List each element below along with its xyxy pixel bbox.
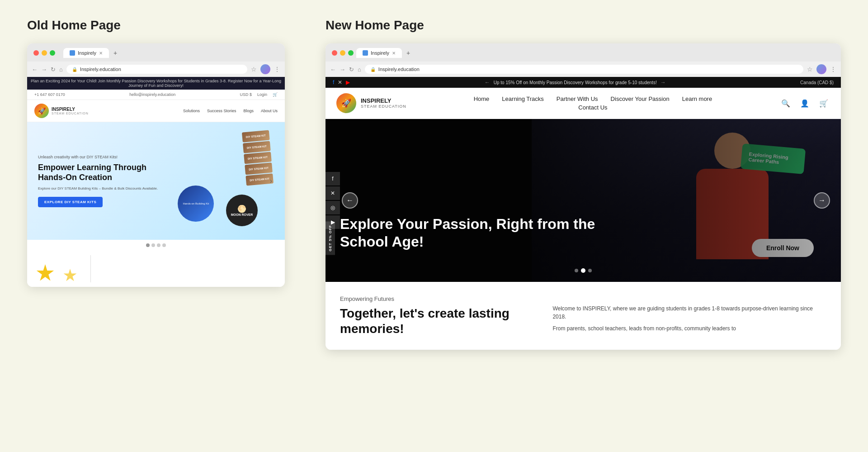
home-button[interactable]: ⌂ xyxy=(59,66,63,73)
star-decoration-2 xyxy=(63,269,77,282)
box-item-2: DIY STEAM KIT xyxy=(243,141,271,153)
new-browser-window: Inspirely ✕ + ← → ↻ ⌂ 🔒 Inspirely.educat… xyxy=(326,43,841,350)
nav-solutions[interactable]: Solutions xyxy=(183,109,200,113)
new-tab-favicon xyxy=(363,50,368,56)
new-nav-top-row: Home Learning Tracks Partner With Us Dis… xyxy=(474,95,712,102)
address-text: Inspirely.education xyxy=(80,67,121,72)
new-refresh-button[interactable]: ↻ xyxy=(349,66,354,73)
back-button[interactable]: ← xyxy=(32,66,38,73)
slider-dot-1[interactable] xyxy=(575,269,578,272)
new-logo-name: INSPIRELY xyxy=(361,98,406,104)
bookmark-icon[interactable]: ☆ xyxy=(251,66,257,73)
hero-slider: Exploring Rising Career Paths f ✕ ◎ ▶ GE… xyxy=(326,119,841,282)
forward-button[interactable]: → xyxy=(41,66,47,73)
promo-next-arrow[interactable]: → xyxy=(660,79,666,86)
get-off-tab[interactable]: GET 5% OFF xyxy=(326,221,335,255)
new-tab-button[interactable]: + xyxy=(113,49,117,57)
hero-arrow-right[interactable]: › xyxy=(270,177,272,185)
dot-4[interactable] xyxy=(162,243,166,247)
new-address-bar: ← → ↻ ⌂ 🔒 Inspirely.education ☆ ⋮ xyxy=(326,62,841,77)
old-bottom-decoration xyxy=(27,251,285,287)
nav-home[interactable]: Home xyxy=(474,95,490,102)
new-profile-avatar[interactable] xyxy=(816,64,826,74)
new-tab-close-icon[interactable]: ✕ xyxy=(392,51,396,56)
new-logo-sub: STEAM EDUCATION xyxy=(361,104,406,109)
left-panel: Old Home Page Inspirely ✕ + ← → xyxy=(27,18,289,287)
facebook-promo-icon[interactable]: f xyxy=(333,79,334,86)
cart-icon[interactable]: 🛒 xyxy=(273,92,278,97)
old-promo-banner: Plan an Exciting 2024 for Your Child! Jo… xyxy=(27,77,285,90)
nav-success[interactable]: Success Stories xyxy=(207,109,236,113)
old-site-content: Plan an Exciting 2024 for Your Child! Jo… xyxy=(27,77,285,287)
region-selector[interactable]: Canada (CAD $) xyxy=(800,80,834,85)
old-nav-links: Solutions Success Stories Blogs About Us xyxy=(183,109,278,113)
old-browser-chrome: Inspirely ✕ + ← → ↻ ⌂ 🔒 Inspirely.educat… xyxy=(27,43,285,77)
maximize-dot[interactable] xyxy=(50,50,55,56)
dot-2[interactable] xyxy=(151,243,155,247)
new-browser-tab[interactable]: Inspirely ✕ xyxy=(356,48,402,58)
new-tab-plus[interactable]: + xyxy=(406,49,410,57)
old-hero-section: Unleash creativity with our DIY STEAM Ki… xyxy=(27,122,285,240)
old-hero-desc: Explore our DIY STEAM Building Kits – Bu… xyxy=(38,186,169,190)
new-maximize-dot[interactable] xyxy=(348,50,354,56)
twitter-promo-icon[interactable]: ✕ xyxy=(338,79,342,86)
empowering-label: Empowering Futures xyxy=(340,295,534,302)
new-forward-button[interactable]: → xyxy=(340,66,345,73)
old-cta-button[interactable]: EXPLORE DIY STEAM KITS xyxy=(38,197,103,207)
bottom-right: Welcome to INSPIRELY, where we are guidi… xyxy=(552,295,826,336)
email-address: hello@inspirely.education xyxy=(129,92,175,97)
dot-3[interactable] xyxy=(157,243,160,247)
profile-avatar[interactable] xyxy=(260,64,270,74)
new-lock-icon: 🔒 xyxy=(370,67,376,72)
bottom-desc-1: Welcome to INSPIRELY, where we are guidi… xyxy=(552,305,826,321)
old-tab[interactable]: Inspirely ✕ xyxy=(63,48,109,58)
close-dot[interactable] xyxy=(33,50,39,56)
new-address-text: Inspirely.education xyxy=(378,67,420,72)
old-logo-sub: STEAM EDUCATION xyxy=(52,112,89,115)
hero-instagram-icon[interactable]: ◎ xyxy=(326,201,340,214)
youtube-promo-icon[interactable]: ▶ xyxy=(346,79,350,86)
nav-about[interactable]: About Us xyxy=(261,109,278,113)
nav-contact-us[interactable]: Contact Us xyxy=(578,104,607,111)
old-browser-window: Inspirely ✕ + ← → ↻ ⌂ 🔒 Inspirely.educat… xyxy=(27,43,285,287)
new-tab-bar: Inspirely ✕ + xyxy=(356,48,410,58)
new-address-input[interactable]: 🔒 Inspirely.education xyxy=(365,65,803,74)
currency-selector[interactable]: USD $ xyxy=(240,92,252,97)
promo-prev-arrow[interactable]: ← xyxy=(485,79,490,86)
slider-dots xyxy=(575,268,592,273)
new-menu-icon[interactable]: ⋮ xyxy=(830,66,836,73)
nav-partner-with-us[interactable]: Partner With Us xyxy=(557,95,598,102)
new-tab-label: Inspirely xyxy=(371,50,389,56)
login-link[interactable]: Login xyxy=(257,92,267,97)
new-back-button[interactable]: ← xyxy=(330,66,336,73)
slider-dot-3[interactable] xyxy=(588,269,592,272)
hero-twitter-icon[interactable]: ✕ xyxy=(326,186,340,200)
old-hero-title: Empower Learning Through Hands-On Creati… xyxy=(38,163,169,182)
refresh-button[interactable]: ↻ xyxy=(51,66,56,73)
nav-blogs[interactable]: Blogs xyxy=(243,109,254,113)
slider-dot-2[interactable] xyxy=(581,268,585,273)
minimize-dot[interactable] xyxy=(42,50,47,56)
cart-icon-button[interactable]: 🛒 xyxy=(817,97,830,109)
old-logo-name: INSPIRELY xyxy=(52,107,89,112)
slider-next-button[interactable]: → xyxy=(814,192,830,209)
menu-icon[interactable]: ⋮ xyxy=(274,66,280,73)
new-home-button[interactable]: ⌂ xyxy=(358,66,361,73)
hero-facebook-icon[interactable]: f xyxy=(326,172,340,186)
address-input[interactable]: 🔒 Inspirely.education xyxy=(66,65,247,74)
nav-learn-more[interactable]: Learn more xyxy=(682,95,712,102)
promo-bar-center: ← Up to 15% Off on Monthly Passion Disco… xyxy=(350,79,800,86)
new-browser-chrome: Inspirely ✕ + ← → ↻ ⌂ 🔒 Inspirely.educat… xyxy=(326,43,841,77)
tab-close-icon[interactable]: ✕ xyxy=(99,51,103,56)
account-icon-button[interactable]: 👤 xyxy=(798,97,811,109)
new-close-dot[interactable] xyxy=(332,50,337,56)
new-dots-row: Inspirely ✕ + xyxy=(332,48,835,58)
search-icon-button[interactable]: 🔍 xyxy=(779,97,792,109)
nav-discover-passion[interactable]: Discover Your Passion xyxy=(611,95,670,102)
nav-learning-tracks[interactable]: Learning Tracks xyxy=(502,95,544,102)
dot-1[interactable] xyxy=(146,243,150,247)
new-logo-icon: 🚀 xyxy=(336,93,356,113)
new-bookmark-icon[interactable]: ☆ xyxy=(807,66,813,73)
slider-prev-button[interactable]: ← xyxy=(342,192,358,209)
new-minimize-dot[interactable] xyxy=(340,50,345,56)
